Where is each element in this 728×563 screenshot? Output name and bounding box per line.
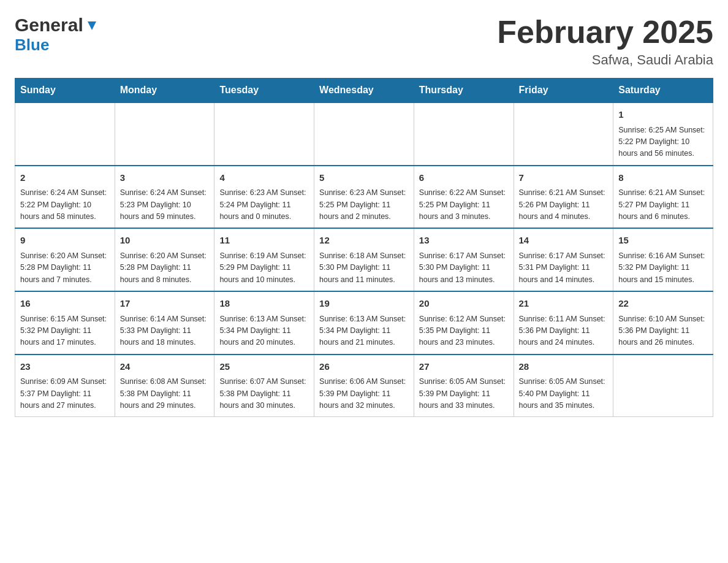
table-row: 5Sunrise: 6:23 AM Sunset: 5:25 PM Daylig… [314,166,414,229]
day-number: 11 [219,234,309,248]
day-info: Sunrise: 6:17 AM Sunset: 5:31 PM Dayligh… [519,250,609,286]
day-number: 22 [618,297,708,311]
table-row: 16Sunrise: 6:15 AM Sunset: 5:32 PM Dayli… [15,291,115,354]
day-info: Sunrise: 6:21 AM Sunset: 5:27 PM Dayligh… [618,187,708,223]
page-title: February 2025 [497,15,713,50]
col-friday: Friday [514,79,613,103]
day-info: Sunrise: 6:20 AM Sunset: 5:28 PM Dayligh… [20,250,110,286]
calendar-week-row: 23Sunrise: 6:09 AM Sunset: 5:37 PM Dayli… [15,354,713,417]
day-info: Sunrise: 6:18 AM Sunset: 5:30 PM Dayligh… [319,250,409,286]
table-row [214,102,314,166]
day-number: 26 [319,360,409,374]
day-number: 28 [519,360,609,374]
day-info: Sunrise: 6:13 AM Sunset: 5:34 PM Dayligh… [219,313,309,349]
table-row: 24Sunrise: 6:08 AM Sunset: 5:38 PM Dayli… [115,354,214,417]
logo-general-text: General [15,15,83,36]
day-number: 13 [419,234,509,248]
day-number: 10 [120,234,210,248]
day-info: Sunrise: 6:14 AM Sunset: 5:33 PM Dayligh… [120,313,210,349]
table-row: 19Sunrise: 6:13 AM Sunset: 5:34 PM Dayli… [314,291,414,354]
logo-blue-text: Blue [15,36,49,54]
page-header: General Blue February 2025 Safwa, Saudi … [15,15,713,68]
logo-arrow-icon [85,19,99,33]
calendar-week-row: 9Sunrise: 6:20 AM Sunset: 5:28 PM Daylig… [15,228,713,291]
col-sunday: Sunday [15,79,115,103]
table-row: 26Sunrise: 6:06 AM Sunset: 5:39 PM Dayli… [314,354,414,417]
table-row: 2Sunrise: 6:24 AM Sunset: 5:22 PM Daylig… [15,166,115,229]
col-wednesday: Wednesday [314,79,414,103]
table-row: 7Sunrise: 6:21 AM Sunset: 5:26 PM Daylig… [514,166,613,229]
day-info: Sunrise: 6:05 AM Sunset: 5:39 PM Dayligh… [419,376,509,412]
calendar-table: Sunday Monday Tuesday Wednesday Thursday… [15,78,713,417]
day-info: Sunrise: 6:24 AM Sunset: 5:23 PM Dayligh… [120,187,210,223]
day-number: 21 [519,297,609,311]
day-info: Sunrise: 6:24 AM Sunset: 5:22 PM Dayligh… [20,187,110,223]
day-number: 4 [219,171,309,185]
day-info: Sunrise: 6:15 AM Sunset: 5:32 PM Dayligh… [20,313,110,349]
table-row [514,102,613,166]
table-row: 28Sunrise: 6:05 AM Sunset: 5:40 PM Dayli… [514,354,613,417]
table-row [414,102,514,166]
day-info: Sunrise: 6:09 AM Sunset: 5:37 PM Dayligh… [20,376,110,412]
day-number: 23 [20,360,110,374]
col-monday: Monday [115,79,214,103]
table-row [115,102,214,166]
col-saturday: Saturday [613,79,713,103]
table-row: 6Sunrise: 6:22 AM Sunset: 5:25 PM Daylig… [414,166,514,229]
calendar-week-row: 16Sunrise: 6:15 AM Sunset: 5:32 PM Dayli… [15,291,713,354]
page-location: Safwa, Saudi Arabia [497,52,713,68]
day-number: 14 [519,234,609,248]
day-number: 19 [319,297,409,311]
title-block: February 2025 Safwa, Saudi Arabia [497,15,713,68]
day-number: 12 [319,234,409,248]
table-row: 10Sunrise: 6:20 AM Sunset: 5:28 PM Dayli… [115,228,214,291]
day-info: Sunrise: 6:23 AM Sunset: 5:25 PM Dayligh… [319,187,409,223]
day-info: Sunrise: 6:11 AM Sunset: 5:36 PM Dayligh… [519,313,609,349]
day-number: 17 [120,297,210,311]
table-row: 4Sunrise: 6:23 AM Sunset: 5:24 PM Daylig… [214,166,314,229]
table-row: 18Sunrise: 6:13 AM Sunset: 5:34 PM Dayli… [214,291,314,354]
logo: General Blue [15,15,99,55]
table-row: 23Sunrise: 6:09 AM Sunset: 5:37 PM Dayli… [15,354,115,417]
day-number: 15 [618,234,708,248]
day-info: Sunrise: 6:23 AM Sunset: 5:24 PM Dayligh… [219,187,309,223]
table-row: 21Sunrise: 6:11 AM Sunset: 5:36 PM Dayli… [514,291,613,354]
day-info: Sunrise: 6:08 AM Sunset: 5:38 PM Dayligh… [120,376,210,412]
day-info: Sunrise: 6:06 AM Sunset: 5:39 PM Dayligh… [319,376,409,412]
day-number: 27 [419,360,509,374]
day-number: 16 [20,297,110,311]
calendar-week-row: 1Sunrise: 6:25 AM Sunset: 5:22 PM Daylig… [15,102,713,166]
table-row: 3Sunrise: 6:24 AM Sunset: 5:23 PM Daylig… [115,166,214,229]
table-row: 27Sunrise: 6:05 AM Sunset: 5:39 PM Dayli… [414,354,514,417]
day-info: Sunrise: 6:16 AM Sunset: 5:32 PM Dayligh… [618,250,708,286]
table-row: 22Sunrise: 6:10 AM Sunset: 5:36 PM Dayli… [613,291,713,354]
day-number: 3 [120,171,210,185]
table-row: 1Sunrise: 6:25 AM Sunset: 5:22 PM Daylig… [613,102,713,166]
table-row: 11Sunrise: 6:19 AM Sunset: 5:29 PM Dayli… [214,228,314,291]
table-row [314,102,414,166]
day-number: 18 [219,297,309,311]
day-number: 6 [419,171,509,185]
day-info: Sunrise: 6:05 AM Sunset: 5:40 PM Dayligh… [519,376,609,412]
table-row: 17Sunrise: 6:14 AM Sunset: 5:33 PM Dayli… [115,291,214,354]
table-row: 14Sunrise: 6:17 AM Sunset: 5:31 PM Dayli… [514,228,613,291]
day-info: Sunrise: 6:12 AM Sunset: 5:35 PM Dayligh… [419,313,509,349]
day-info: Sunrise: 6:19 AM Sunset: 5:29 PM Dayligh… [219,250,309,286]
table-row: 25Sunrise: 6:07 AM Sunset: 5:38 PM Dayli… [214,354,314,417]
table-row [15,102,115,166]
table-row: 9Sunrise: 6:20 AM Sunset: 5:28 PM Daylig… [15,228,115,291]
day-number: 20 [419,297,509,311]
calendar-header-row: Sunday Monday Tuesday Wednesday Thursday… [15,79,713,103]
day-number: 5 [319,171,409,185]
day-info: Sunrise: 6:07 AM Sunset: 5:38 PM Dayligh… [219,376,309,412]
day-info: Sunrise: 6:20 AM Sunset: 5:28 PM Dayligh… [120,250,210,286]
day-info: Sunrise: 6:10 AM Sunset: 5:36 PM Dayligh… [618,313,708,349]
calendar-week-row: 2Sunrise: 6:24 AM Sunset: 5:22 PM Daylig… [15,166,713,229]
day-info: Sunrise: 6:21 AM Sunset: 5:26 PM Dayligh… [519,187,609,223]
day-info: Sunrise: 6:25 AM Sunset: 5:22 PM Dayligh… [618,124,708,160]
col-tuesday: Tuesday [214,79,314,103]
table-row: 20Sunrise: 6:12 AM Sunset: 5:35 PM Dayli… [414,291,514,354]
day-number: 2 [20,171,110,185]
table-row [613,354,713,417]
day-number: 25 [219,360,309,374]
